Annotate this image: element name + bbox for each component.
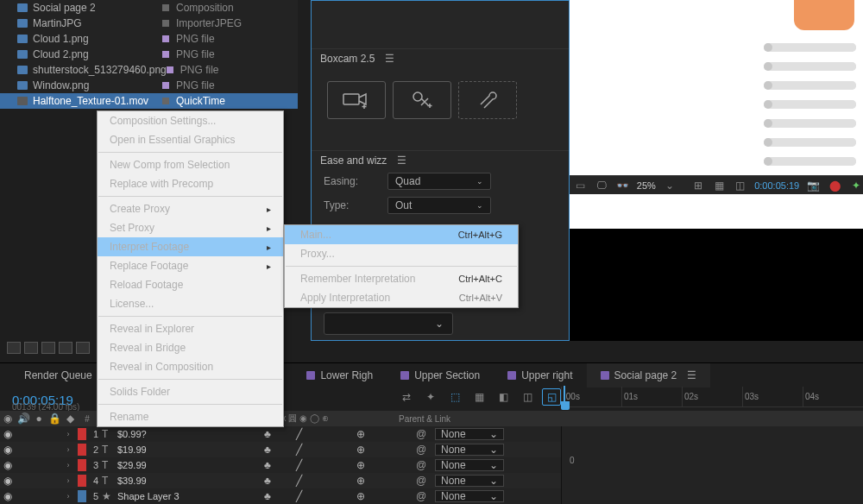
menu-new-comp-selection[interactable]: New Comp from Selection <box>98 155 283 174</box>
layer-color[interactable] <box>78 459 86 471</box>
project-item[interactable]: Cloud 1.pngPNG file <box>0 31 298 47</box>
chevron-right-icon[interactable]: › <box>62 430 74 438</box>
tab-comp-active[interactable]: Social page 2☰ <box>587 363 711 387</box>
menu-reveal-explorer[interactable]: Reveal in Explorer <box>98 319 283 338</box>
layer-name[interactable]: $19.99 <box>114 444 261 455</box>
panel-menu-icon[interactable]: ☰ <box>385 53 394 65</box>
parent-select[interactable]: None⌄ <box>435 475 504 487</box>
menu-replace-footage[interactable]: Replace Footage▸ <box>98 256 283 275</box>
submenu-main[interactable]: Main...Ctrl+Alt+G <box>285 225 518 244</box>
tab-comp[interactable]: Upper right <box>494 363 586 387</box>
fx-dropdown[interactable]: ⌄ <box>324 312 453 335</box>
layer-name[interactable]: $39.99 <box>114 476 261 486</box>
display-icon[interactable]: 🖵 <box>595 180 609 192</box>
tab-render-queue[interactable]: Render Queue <box>0 363 106 387</box>
chevron-down-icon[interactable]: ⌄ <box>663 180 677 192</box>
menu-open-essential-graphics[interactable]: Open in Essential Graphics <box>98 130 283 149</box>
camera-add-button[interactable] <box>327 81 386 119</box>
menu-composition-settings[interactable]: Composition Settings... <box>98 111 283 130</box>
3d-icon[interactable]: ⬚ <box>445 388 464 406</box>
project-item[interactable]: Social page 2Composition <box>0 0 298 16</box>
shape-add-button[interactable] <box>393 81 451 119</box>
parent-select[interactable]: None⌄ <box>435 459 504 471</box>
channel-icon[interactable]: ⬤ <box>828 180 842 192</box>
menu-interpret-footage[interactable]: Interpret Footage▸ <box>98 237 283 256</box>
adjust-icon[interactable]: ◫ <box>518 388 537 406</box>
blur-icon[interactable]: ▦ <box>469 388 488 406</box>
tab-comp[interactable]: Upper Section <box>387 363 494 387</box>
chevron-right-icon[interactable]: › <box>62 492 74 501</box>
menu-set-proxy[interactable]: Set Proxy▸ <box>98 218 283 237</box>
interpret-icon[interactable] <box>7 342 21 354</box>
menu-create-proxy[interactable]: Create Proxy▸ <box>98 199 283 218</box>
zoom-level[interactable]: 25% <box>637 180 656 191</box>
project-item[interactable]: Cloud 2.pngPNG file <box>0 47 298 62</box>
project-item[interactable]: Window.pngPNG file <box>0 78 298 93</box>
pickwhip-icon[interactable]: @ <box>416 459 435 471</box>
time-ruler[interactable]: :00s 01s 02s 03s 04s <box>561 387 863 407</box>
project-item[interactable]: Halftone_Texture-01.movQuickTime <box>0 93 298 109</box>
panel-menu-icon[interactable]: ☰ <box>397 154 406 167</box>
shy-icon[interactable]: ⇄ <box>397 388 416 406</box>
pickwhip-icon[interactable]: @ <box>416 490 435 502</box>
menu-rename[interactable]: Rename <box>98 407 283 426</box>
layer-color[interactable] <box>78 428 86 440</box>
layer-color[interactable] <box>78 490 86 502</box>
layer-color[interactable] <box>78 475 86 487</box>
lock-col-icon[interactable]: 🔒 <box>47 413 62 425</box>
pickwhip-icon[interactable]: @ <box>416 475 435 487</box>
mask-icon[interactable]: 👓 <box>615 180 630 192</box>
preview-time[interactable]: 0:00:05:19 <box>754 180 799 191</box>
transparency-icon[interactable]: ▦ <box>712 180 727 192</box>
label-col-icon[interactable]: ◆ <box>62 413 78 425</box>
submenu-apply[interactable]: Apply InterpretationCtrl+Alt+V <box>285 288 518 307</box>
menu-license[interactable]: License... <box>98 294 283 313</box>
layer-name[interactable]: $29.99 <box>114 460 261 470</box>
preview-canvas[interactable]: ▭ 🖵 👓 25% ⌄ ⊞ ▦ ◫ 0:00:05:19 📷 ⬤ ✦ <box>570 0 863 341</box>
bpc-icon[interactable] <box>59 342 72 354</box>
parent-select[interactable]: None⌄ <box>435 428 504 440</box>
eye-icon[interactable]: ◉ <box>0 428 16 440</box>
parent-select[interactable]: None⌄ <box>435 444 504 456</box>
menu-reload-footage[interactable]: Reload Footage <box>98 275 283 294</box>
new-folder-icon[interactable] <box>24 342 38 354</box>
pickwhip-icon[interactable]: @ <box>416 444 435 456</box>
parent-select[interactable]: None⌄ <box>435 490 504 502</box>
view-icon[interactable]: ▭ <box>573 180 588 192</box>
chevron-right-icon[interactable]: › <box>62 445 74 454</box>
eye-icon[interactable]: ◉ <box>0 459 16 471</box>
easing-select[interactable]: Quad⌄ <box>387 173 491 190</box>
snapshot-icon[interactable]: 📷 <box>806 180 821 192</box>
eye-icon[interactable]: ◉ <box>0 490 16 502</box>
timeline-track-area[interactable] <box>561 426 863 504</box>
solo-col-icon[interactable]: ● <box>31 413 47 425</box>
cc-icon[interactable]: ✦ <box>848 180 863 192</box>
menu-solids-folder[interactable]: Solids Folder <box>98 382 283 401</box>
submenu-remember[interactable]: Remember InterpretationCtrl+Alt+C <box>285 269 518 288</box>
res-icon[interactable]: ⊞ <box>690 180 705 192</box>
camera-icon[interactable]: ◫ <box>734 180 748 192</box>
eye-icon[interactable]: ◉ <box>0 444 16 456</box>
audio-col-icon[interactable]: 🔊 <box>16 413 31 425</box>
pickwhip-icon[interactable]: @ <box>416 428 435 440</box>
wrench-button[interactable] <box>458 81 517 119</box>
tab-menu-icon[interactable]: ☰ <box>687 369 696 381</box>
project-item[interactable]: MartinJPGImporterJPEG <box>0 16 298 31</box>
fx-icon[interactable]: ✦ <box>421 388 440 406</box>
chevron-right-icon[interactable]: › <box>62 476 74 485</box>
type-select[interactable]: Out⌄ <box>387 197 491 214</box>
menu-reveal-bridge[interactable]: Reveal in Bridge <box>98 338 283 357</box>
layer-name[interactable]: $0.99? <box>114 429 261 439</box>
graph-editor-icon[interactable]: ◱ <box>542 388 561 406</box>
chevron-right-icon[interactable]: › <box>62 461 74 469</box>
layer-name[interactable]: Shape Layer 3 <box>114 491 261 501</box>
project-item[interactable]: shutterstock_513279460.pngPNG file <box>0 62 298 78</box>
submenu-proxy[interactable]: Proxy... <box>285 244 518 263</box>
delete-icon[interactable] <box>76 342 90 354</box>
new-comp-icon[interactable] <box>41 342 55 354</box>
graph-icon[interactable]: ◧ <box>494 388 513 406</box>
eye-icon[interactable]: ◉ <box>0 475 16 487</box>
menu-reveal-composition[interactable]: Reveal in Composition <box>98 357 283 376</box>
menu-replace-precomp[interactable]: Replace with Precomp <box>98 174 283 193</box>
tab-comp[interactable]: Lower Righ <box>293 363 387 387</box>
